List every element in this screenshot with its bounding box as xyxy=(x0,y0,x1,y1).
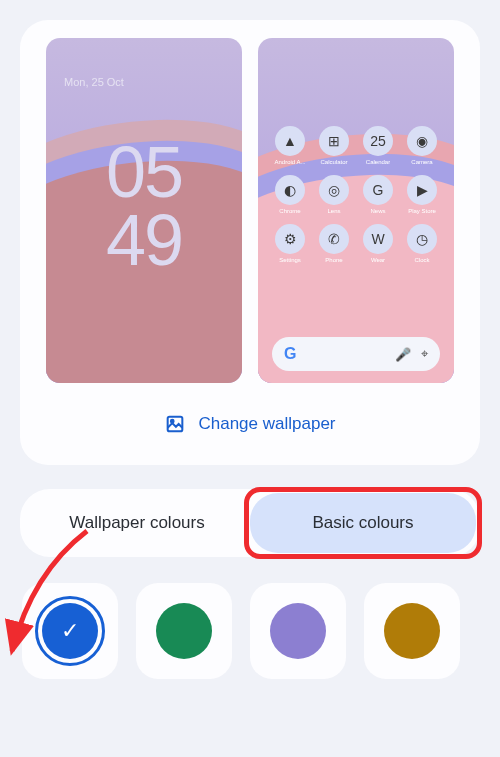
app-item[interactable]: ◷Clock xyxy=(404,224,440,263)
app-item[interactable]: ◐Chrome xyxy=(272,175,308,214)
app-icon: ⊞ xyxy=(319,126,349,156)
app-label: Calendar xyxy=(366,159,390,165)
app-label: Phone xyxy=(325,257,342,263)
app-icon: ◉ xyxy=(407,126,437,156)
app-label: Settings xyxy=(279,257,301,263)
mic-icon[interactable]: 🎤 xyxy=(395,347,411,362)
wallpaper-previews: Mon, 25 Oct 05 49 ▲Android A...⊞Calculat… xyxy=(38,38,462,383)
lockscreen-time: 05 49 xyxy=(46,138,242,275)
lockscreen-date: Mon, 25 Oct xyxy=(64,76,124,88)
app-icon: G xyxy=(363,175,393,205)
svg-point-1 xyxy=(171,420,174,423)
app-label: Wear xyxy=(371,257,385,263)
colour-tabs: Wallpaper colours Basic colours xyxy=(20,489,480,557)
app-icon: ◷ xyxy=(407,224,437,254)
preview-card: Mon, 25 Oct 05 49 ▲Android A...⊞Calculat… xyxy=(20,20,480,465)
app-label: Lens xyxy=(327,208,340,214)
app-icon: ◐ xyxy=(275,175,305,205)
check-icon: ✓ xyxy=(61,618,79,644)
app-label: Clock xyxy=(414,257,429,263)
app-label: Calculator xyxy=(320,159,347,165)
app-item[interactable]: 25Calendar xyxy=(360,126,396,165)
app-item[interactable]: ▲Android A... xyxy=(272,126,308,165)
app-item[interactable]: ◉Camera xyxy=(404,126,440,165)
app-icon: 25 xyxy=(363,126,393,156)
app-label: Android A... xyxy=(274,159,305,165)
app-item[interactable]: ⊞Calculator xyxy=(316,126,352,165)
swatch-0[interactable]: ✓ xyxy=(42,603,98,659)
homescreen-preview[interactable]: ▲Android A...⊞Calculator25Calendar◉Camer… xyxy=(258,38,454,383)
app-item[interactable]: WWear xyxy=(360,224,396,263)
app-label: News xyxy=(370,208,385,214)
search-bar[interactable]: G 🎤 ⌖ xyxy=(272,337,440,371)
app-icon: ⚙ xyxy=(275,224,305,254)
swatch-2[interactable] xyxy=(270,603,326,659)
app-icon: ◎ xyxy=(319,175,349,205)
tab-basic-colours[interactable]: Basic colours xyxy=(250,493,476,553)
google-g-icon: G xyxy=(284,345,296,363)
app-icon: ▲ xyxy=(275,126,305,156)
colour-swatches: ✓ xyxy=(20,583,480,679)
app-item[interactable]: GNews xyxy=(360,175,396,214)
lockscreen-preview[interactable]: Mon, 25 Oct 05 49 xyxy=(46,38,242,383)
app-icon: ▶ xyxy=(407,175,437,205)
swatch-tile-2[interactable] xyxy=(250,583,346,679)
app-item[interactable]: ✆Phone xyxy=(316,224,352,263)
app-label: Play Store xyxy=(408,208,436,214)
swatch-tile-0[interactable]: ✓ xyxy=(22,583,118,679)
wallpaper-icon xyxy=(164,413,186,435)
app-label: Camera xyxy=(411,159,432,165)
app-item[interactable]: ◎Lens xyxy=(316,175,352,214)
tab-wallpaper-colours[interactable]: Wallpaper colours xyxy=(24,493,250,553)
change-wallpaper-label: Change wallpaper xyxy=(198,414,335,434)
swatch-1[interactable] xyxy=(156,603,212,659)
app-item[interactable]: ⚙Settings xyxy=(272,224,308,263)
app-icon: W xyxy=(363,224,393,254)
swatch-tile-3[interactable] xyxy=(364,583,460,679)
lens-icon[interactable]: ⌖ xyxy=(421,346,428,362)
swatch-3[interactable] xyxy=(384,603,440,659)
change-wallpaper-button[interactable]: Change wallpaper xyxy=(38,413,462,435)
app-grid: ▲Android A...⊞Calculator25Calendar◉Camer… xyxy=(272,126,440,263)
app-icon: ✆ xyxy=(319,224,349,254)
app-item[interactable]: ▶Play Store xyxy=(404,175,440,214)
swatch-tile-1[interactable] xyxy=(136,583,232,679)
app-label: Chrome xyxy=(279,208,300,214)
svg-rect-0 xyxy=(168,417,183,432)
